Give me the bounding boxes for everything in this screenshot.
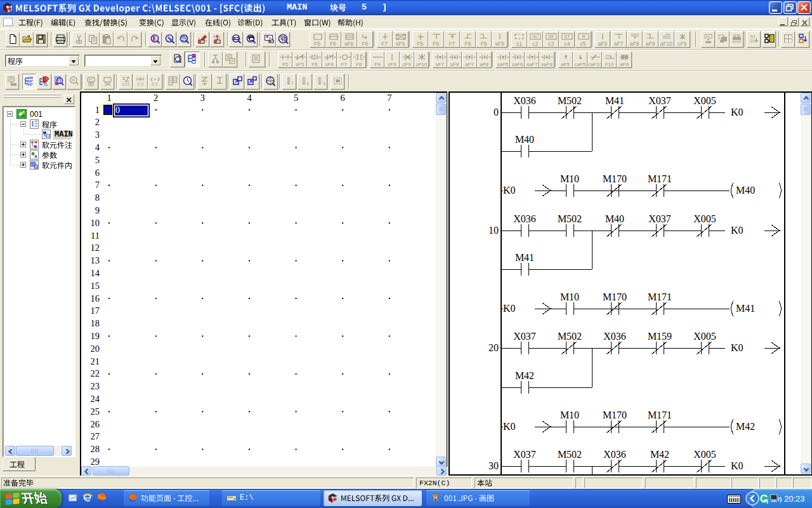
svg-text:M42: M42 [736,421,755,432]
svg-text:10: 10 [91,218,100,228]
svg-text:M40: M40 [515,134,534,145]
svg-text:5: 5 [95,155,100,165]
svg-text:X037: X037 [513,331,536,342]
svg-text:M170: M170 [603,410,627,420]
svg-text:13: 13 [91,255,100,265]
svg-text:M502: M502 [558,331,582,342]
svg-text:23: 23 [91,381,100,391]
svg-text:X037: X037 [513,449,536,460]
svg-text:12: 12 [91,243,100,253]
svg-text:8: 8 [95,192,100,203]
svg-text:20: 20 [488,342,499,353]
svg-text:X036: X036 [513,213,536,224]
svg-text:7: 7 [95,180,100,190]
svg-text:25: 25 [91,406,100,417]
svg-text:2: 2 [95,117,100,127]
svg-text:error: error [733,39,742,44]
svg-text:K0: K0 [731,460,743,471]
svg-text:11: 11 [91,231,100,241]
svg-text:M502: M502 [558,449,582,460]
svg-text:4: 4 [95,142,100,152]
svg-text:10: 10 [488,225,499,236]
svg-text:X036: X036 [513,95,536,106]
svg-text:M40: M40 [736,185,755,196]
svg-text:2: 2 [154,93,158,103]
svg-text:M41: M41 [605,95,624,106]
svg-text:6: 6 [95,168,100,178]
svg-text:X005: X005 [693,331,716,342]
svg-text:X037: X037 [648,95,671,106]
svg-text:R: R [582,34,585,39]
svg-text:30: 30 [488,460,499,471]
svg-text:0: 0 [115,105,120,115]
svg-text:123: 123 [181,38,187,41]
svg-text:M41: M41 [736,303,755,314]
svg-text:M170: M170 [603,291,627,302]
svg-text:SE: SE [549,34,555,39]
svg-text:M10: M10 [560,291,579,302]
svg-text:X005: X005 [693,95,716,106]
svg-text:14: 14 [91,268,100,278]
svg-text:1: 1 [107,93,111,103]
svg-text:K0: K0 [503,185,516,196]
svg-text:M41: M41 [515,252,534,263]
svg-text:20: 20 [91,344,100,354]
svg-text:3: 3 [200,93,205,103]
svg-text:M40: M40 [605,213,624,224]
svg-text:3: 3 [95,130,100,140]
svg-text:K0: K0 [503,303,516,314]
svg-text:X036: X036 [603,331,626,342]
svg-text:4: 4 [247,93,252,103]
svg-text:K0: K0 [731,342,743,353]
svg-text:5: 5 [294,93,298,103]
svg-text:19: 19 [91,331,100,341]
svg-text:18: 18 [91,318,100,328]
svg-text:7: 7 [387,93,391,103]
svg-text:M159: M159 [648,331,672,342]
svg-text:K0: K0 [731,225,743,236]
svg-text:22: 22 [91,368,100,378]
svg-text:28: 28 [91,444,100,454]
svg-text:M171: M171 [648,291,672,302]
svg-text:21: 21 [91,356,100,366]
svg-text:29: 29 [91,457,100,466]
svg-text:M170: M170 [603,173,627,184]
svg-text:X036: X036 [603,449,626,460]
svg-text:X005: X005 [693,449,716,460]
svg-text:M171: M171 [648,410,672,420]
svg-text:ST: ST [565,34,571,39]
svg-text:K0: K0 [731,107,743,117]
svg-text:M502: M502 [558,95,582,106]
svg-text:1: 1 [95,105,100,115]
svg-text:26: 26 [91,419,100,429]
svg-text:16: 16 [91,293,100,304]
svg-text:K0: K0 [503,421,516,432]
svg-text:M171: M171 [648,173,672,184]
svg-text:24: 24 [91,394,100,404]
svg-text:27: 27 [91,431,100,441]
svg-text:9: 9 [95,205,100,215]
svg-text:S9: S9 [750,38,756,44]
svg-text:X037: X037 [648,213,671,224]
svg-text:0: 0 [494,107,499,117]
svg-text:SC: SC [532,34,539,39]
svg-text:M42: M42 [515,370,534,381]
svg-text:15: 15 [91,281,100,291]
svg-text:17: 17 [91,305,100,316]
svg-text:M42: M42 [650,449,669,460]
svg-text:X005: X005 [693,213,716,224]
svg-text:6: 6 [341,93,345,103]
svg-text:M502: M502 [558,213,582,224]
svg-text:M10: M10 [560,173,579,184]
svg-text:M10: M10 [560,410,579,420]
